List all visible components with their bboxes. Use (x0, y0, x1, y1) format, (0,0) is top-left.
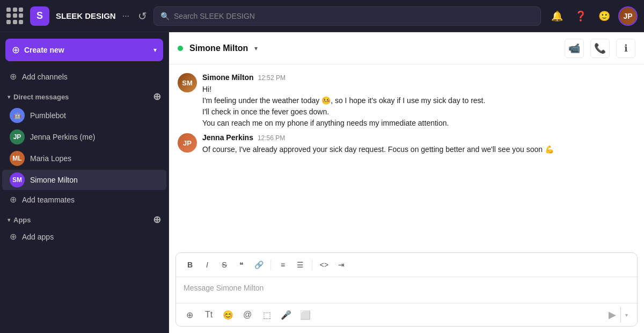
search-icon: 🔍 (160, 12, 170, 20)
pumblebot-label: Pumblebot (30, 111, 159, 120)
avatar-initials: JP (619, 8, 636, 25)
send-button[interactable]: ▶ ▾ (604, 307, 632, 323)
help-icon[interactable]: ❓ (571, 6, 590, 26)
simone-sender-name: Simone Milton (202, 73, 254, 82)
add-channels-icon: ⊕ (10, 71, 17, 82)
screen-share-icon[interactable]: ⬜ (297, 307, 313, 323)
sidebar-item-add-teammates[interactable]: ⊕ Add teammates (2, 191, 166, 208)
chat-contact-name: Simone Milton (189, 44, 248, 53)
voice-record-icon[interactable]: 🎤 (278, 307, 294, 323)
maria-lopes-label: Maria Lopes (30, 154, 159, 163)
indent-button[interactable]: ⇥ (334, 257, 349, 272)
emoji-icon[interactable]: 🙂 (595, 6, 614, 26)
info-icon[interactable]: ℹ (616, 39, 635, 58)
text-format-icon[interactable]: Tt (201, 307, 217, 323)
add-teammates-label: Add teammates (22, 196, 159, 204)
jenna-message-line-0: Of course, I've already approved your si… (202, 144, 635, 155)
emoji-picker-icon[interactable]: 😊 (220, 307, 236, 323)
strikethrough-button[interactable]: S (217, 257, 232, 272)
jenna-message-content: Jenna Perkins 12:56 PM Of course, I've a… (202, 133, 635, 155)
sidebar-item-maria-lopes[interactable]: ML Maria Lopes (2, 148, 166, 169)
blockquote-button[interactable]: ❝ (234, 257, 249, 272)
sidebar-item-jenna-perkins[interactable]: JP Jenna Perkins (me) (2, 127, 166, 147)
online-status-indicator (178, 46, 183, 51)
dm-section-chevron: ▾ (8, 94, 10, 100)
sidebar-item-add-channels[interactable]: ⊕ Add channels (2, 68, 166, 85)
simone-message-avatar: SM (178, 73, 197, 92)
italic-button[interactable]: I (200, 257, 215, 272)
simone-message-line-3: You can reach me on my phone if anything… (202, 118, 635, 129)
contact-name-chevron[interactable]: ▾ (254, 45, 258, 52)
apps-grid-icon[interactable] (6, 8, 24, 25)
create-new-button[interactable]: ⊕ Create new ▾ (5, 39, 163, 61)
jenna-perkins-avatar: JP (10, 129, 25, 144)
create-plus-icon: ⊕ (12, 44, 20, 56)
attachment-icon[interactable]: ⊕ (181, 307, 197, 323)
phone-call-icon[interactable]: 📞 (590, 39, 610, 58)
jenna-sender-name: Jenna Perkins (202, 133, 253, 142)
user-avatar[interactable]: JP (618, 6, 638, 26)
brand-name: SLEEK DESIGN (56, 11, 116, 20)
add-apps-icon: ⊕ (10, 231, 17, 242)
video-call-icon[interactable]: 📹 (565, 39, 584, 58)
jenna-perkins-label: Jenna Perkins (me) (30, 133, 159, 141)
gif-icon[interactable]: ⬚ (259, 307, 275, 323)
maria-lopes-avatar: ML (10, 151, 25, 166)
search-bar[interactable]: 🔍 Search SLEEK DESIGN (153, 6, 541, 26)
message-input-placeholder: Message Simone Milton (184, 284, 264, 292)
message-input-field[interactable]: Message Simone Milton (176, 277, 637, 303)
chat-header: Simone Milton ▾ 📹 📞 ℹ (169, 32, 644, 64)
apps-add-icon[interactable]: ⊕ (153, 214, 161, 226)
code-button[interactable]: <> (317, 257, 332, 272)
chat-input-area: B I S ❝ 🔗 ≡ ☰ <> ⇥ Message Simone Milton… (175, 252, 638, 327)
sidebar-item-add-apps[interactable]: ⊕ Add apps (2, 228, 166, 245)
link-button[interactable]: 🔗 (251, 257, 266, 272)
simone-milton-label: Simone Milton (30, 176, 159, 184)
add-channels-label: Add channels (22, 73, 159, 81)
simone-milton-avatar: SM (10, 172, 25, 187)
sidebar-item-pumblebot[interactable]: 🤖 Pumblebot (2, 105, 166, 126)
apps-section-label: Apps (13, 216, 150, 224)
apps-section-chevron: ▾ (8, 217, 10, 223)
send-main-icon[interactable]: ▶ (604, 307, 621, 323)
simone-message-line-2: I'll check in once the fever goes down. (202, 106, 635, 118)
add-apps-label: Add apps (22, 233, 159, 241)
message-group-simone: SM Simone Milton 12:52 PM Hi! I'm feelin… (178, 73, 635, 129)
simone-message-line-0: Hi! (202, 84, 635, 95)
create-chevron-icon: ▾ (153, 46, 157, 54)
history-icon[interactable]: ↺ (138, 10, 147, 23)
toolbar-divider-2 (312, 259, 312, 270)
dm-section-label: Direct messages (13, 93, 150, 101)
sidebar-section-dm[interactable]: ▾ Direct messages ⊕ (0, 85, 169, 105)
send-chevron-icon[interactable]: ▾ (621, 307, 632, 323)
jenna-message-header: Jenna Perkins 12:56 PM (202, 133, 635, 142)
sidebar-section-apps[interactable]: ▾ Apps ⊕ (0, 208, 169, 228)
mention-icon[interactable]: @ (239, 307, 255, 323)
jenna-message-avatar: JP (178, 133, 197, 153)
sidebar: ⊕ Create new ▾ ⊕ Add channels ▾ Direct m… (0, 32, 169, 333)
ordered-list-button[interactable]: ≡ (275, 257, 290, 272)
toolbar-divider-1 (270, 259, 271, 270)
simone-message-time: 12:52 PM (258, 74, 286, 82)
main-layout: ⊕ Create new ▾ ⊕ Add channels ▾ Direct m… (0, 32, 644, 333)
bold-button[interactable]: B (182, 257, 197, 272)
input-bottom-bar: ⊕ Tt 😊 @ ⬚ 🎤 ⬜ ▶ ▾ (176, 303, 637, 326)
simone-message-content: Simone Milton 12:52 PM Hi! I'm feeling u… (202, 73, 635, 129)
sidebar-item-simone-milton[interactable]: SM Simone Milton (2, 170, 166, 190)
topbar-right-actions: 🔔 ❓ 🙂 JP (547, 6, 638, 26)
brand-logo: S (30, 6, 49, 26)
chat-messages: SM Simone Milton 12:52 PM Hi! I'm feelin… (169, 64, 644, 252)
more-options-icon[interactable]: ··· (122, 11, 129, 21)
message-group-jenna: JP Jenna Perkins 12:56 PM Of course, I'v… (178, 133, 635, 155)
create-new-label: Create new (24, 46, 149, 54)
pumblebot-avatar: 🤖 (10, 108, 25, 123)
chat-area: Simone Milton ▾ 📹 📞 ℹ SM Simone Milton 1… (169, 32, 644, 333)
dm-add-icon[interactable]: ⊕ (153, 91, 161, 103)
simone-message-header: Simone Milton 12:52 PM (202, 73, 635, 82)
add-teammates-icon: ⊕ (10, 194, 17, 205)
topbar: S SLEEK DESIGN ··· ↺ 🔍 Search SLEEK DESI… (0, 0, 644, 32)
unordered-list-button[interactable]: ☰ (292, 257, 308, 272)
jenna-message-time: 12:56 PM (258, 134, 285, 142)
simone-message-line-1: I'm feeling under the weather today 🤒, s… (202, 95, 635, 106)
notifications-icon[interactable]: 🔔 (547, 6, 567, 26)
